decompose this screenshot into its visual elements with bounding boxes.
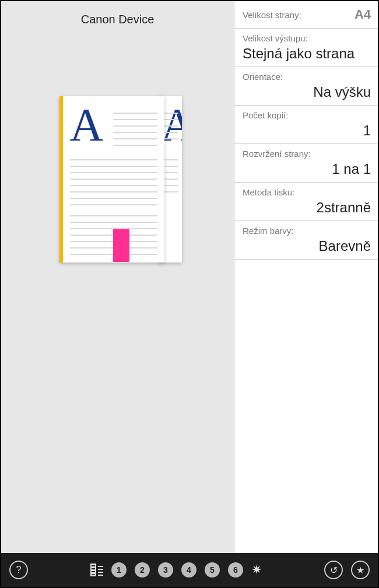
setting-value: 1 na 1	[243, 159, 371, 177]
setting-label: Metoda tisku:	[243, 187, 371, 197]
page-front: A	[59, 96, 164, 262]
setting-value: 2stranně	[243, 197, 371, 216]
document-view-icon[interactable]	[90, 564, 103, 576]
setting-label: Počet kopií:	[243, 110, 371, 120]
setting-value: Na výšku	[243, 82, 371, 100]
setting-copies[interactable]: Počet kopií: 1	[234, 106, 378, 144]
text-lines	[70, 159, 157, 211]
setting-label: Režim barvy:	[243, 226, 371, 236]
setting-value: 1	[243, 120, 371, 139]
star-icon[interactable]: ★	[351, 561, 370, 579]
preset-1-button[interactable]: 1	[111, 562, 127, 578]
setting-value: Stejná jako strana	[243, 43, 371, 62]
main-area: Canon Device A A Velikost s	[1, 1, 378, 553]
bottom-toolbar: ? 1 2 3 4 5 6 ✷ ↺ ★	[1, 553, 378, 587]
setting-page-size[interactable]: Velikost strany: A4	[234, 1, 378, 29]
setting-label: Velikost strany:	[243, 10, 301, 20]
gear-icon[interactable]: ✷	[251, 562, 262, 578]
app-window: Canon Device A A Velikost s	[0, 0, 379, 588]
text-lines	[162, 113, 178, 145]
preset-5-button[interactable]: 5	[205, 562, 220, 578]
text-lines	[162, 159, 178, 198]
settings-pane: Velikost strany: A4 Velikost výstupu: St…	[234, 1, 378, 553]
setting-layout[interactable]: Rozvržení strany: 1 na 1	[234, 144, 378, 183]
help-icon[interactable]: ?	[9, 561, 28, 579]
preset-3-button[interactable]: 3	[158, 562, 173, 578]
setting-color-mode[interactable]: Režim barvy: Barevně	[234, 221, 378, 260]
setting-output-size[interactable]: Velikost výstupu: Stejná jako strana	[234, 29, 378, 67]
setting-label: Velikost výstupu:	[243, 33, 371, 43]
preset-4-button[interactable]: 4	[181, 562, 196, 578]
letter-a-icon: A	[70, 99, 104, 152]
device-title: Canon Device	[81, 1, 155, 32]
page-spine	[59, 96, 63, 262]
preset-6-button[interactable]: 6	[228, 562, 243, 578]
preset-2-button[interactable]: 2	[135, 562, 150, 578]
highlight-block	[113, 229, 129, 262]
setting-value: A4	[355, 7, 371, 22]
setting-orientation[interactable]: Orientace: Na výšku	[234, 67, 378, 106]
page-preview[interactable]: A A	[59, 96, 176, 271]
setting-label: Orientace:	[243, 72, 371, 82]
setting-value: Barevně	[243, 236, 371, 254]
setting-label: Rozvržení strany:	[243, 149, 371, 159]
preview-pane: Canon Device A A	[1, 1, 234, 553]
undo-icon[interactable]: ↺	[324, 561, 343, 579]
setting-print-method[interactable]: Metoda tisku: 2stranně	[234, 183, 378, 221]
text-lines	[113, 113, 157, 151]
